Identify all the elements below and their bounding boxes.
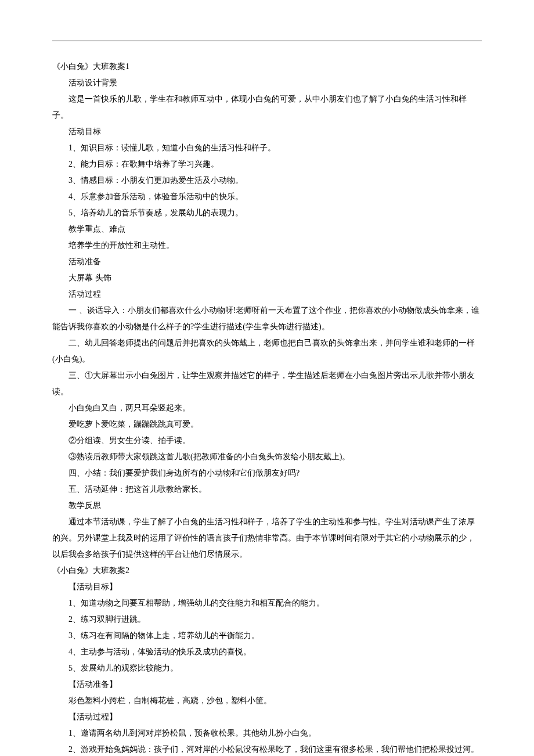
- body-line: 通过本节活动课，学生了解了小白兔的生活习性和样子，培养了学生的主动性和参与性。学…: [52, 514, 482, 563]
- body-line: 大屏幕 头饰: [52, 270, 482, 286]
- body-line: 5、发展幼儿的观察比较能力。: [52, 660, 482, 676]
- body-line: 彩色塑料小跨栏，自制梅花桩，高跷，沙包，塑料小筐。: [52, 693, 482, 709]
- body-line: 小白兔白又白，两只耳朵竖起来。: [52, 400, 482, 416]
- body-line: 爱吃萝卜爱吃菜，蹦蹦跳跳真可爱。: [52, 416, 482, 433]
- body-line: 活动目标: [52, 124, 482, 140]
- body-line: 教学反思: [52, 498, 482, 514]
- body-line: 【活动目标】: [52, 579, 482, 595]
- body-line: 2、能力目标：在歌舞中培养了学习兴趣。: [52, 156, 482, 172]
- body-line: 三、①大屏幕出示小白兔图片，让学生观察并描述它的样子，学生描述后老师在小白兔图片…: [52, 368, 482, 400]
- body-line: 一 、谈话导入：小朋友们都喜欢什么小动物呀!老师呀前一天布置了这个作业，把你喜欢…: [52, 303, 482, 335]
- body-line: 【活动准备】: [52, 676, 482, 693]
- body-line: 【活动过程】: [52, 709, 482, 725]
- body-line: 4、主动参与活动，体验活动的快乐及成功的喜悦。: [52, 644, 482, 660]
- body-line: 5、培养幼儿的音乐节奏感，发展幼儿的表现力。: [52, 205, 482, 221]
- body-line: 活动过程: [52, 286, 482, 303]
- body-line: 2、练习双脚行进跳。: [52, 611, 482, 628]
- body-line: 3、练习在有间隔的物体上走，培养幼儿的平衡能力。: [52, 628, 482, 644]
- lesson-plan-title: 《小白兔》大班教案2: [52, 563, 482, 579]
- body-line: ②分组读、男女生分读、拍手读。: [52, 433, 482, 449]
- lesson-plan-title: 《小白兔》大班教案1: [52, 59, 482, 75]
- body-line: 四、小结：我们要爱护我们身边所有的小动物和它们做朋友好吗?: [52, 465, 482, 481]
- body-line: 1、邀请两名幼儿到河对岸扮松鼠，预备收松果。其他幼儿扮小白兔。: [52, 725, 482, 741]
- body-line: 1、知道动物之间要互相帮助，增强幼儿的交往能力和相互配合的能力。: [52, 595, 482, 611]
- top-rule: [52, 41, 482, 41]
- body-line: ③熟读后教师带大家领跳这首儿歌(把教师准备的小白兔头饰发给小朋友戴上)。: [52, 449, 482, 465]
- body-line: 活动设计背景: [52, 75, 482, 91]
- body-line: 4、乐意参加音乐活动，体验音乐活动中的快乐。: [52, 189, 482, 205]
- body-line: 五、活动延伸：把这首儿歌教给家长。: [52, 481, 482, 498]
- body-line: 活动准备: [52, 254, 482, 270]
- body-line: 1、知识目标：读懂儿歌，知道小白兔的生活习性和样子。: [52, 140, 482, 156]
- body-line: 二、幼儿回答老师提出的问题后并把喜欢的头饰戴上，老师也把自己喜欢的头饰拿出来，并…: [52, 335, 482, 368]
- body-line: 2、游戏开始兔妈妈说：孩子们，河对岸的小松鼠没有松果吃了，我们这里有很多松果，我…: [52, 741, 482, 756]
- body-line: 教学重点、难点: [52, 221, 482, 237]
- document-body: 《小白兔》大班教案1活动设计背景这是一首快乐的儿歌，学生在和教师互动中，体现小白…: [52, 59, 482, 756]
- body-line: 培养学生的开放性和主动性。: [52, 237, 482, 254]
- body-line: 这是一首快乐的儿歌，学生在和教师互动中，体现小白兔的可爱，从中小朋友们也了解了小…: [52, 91, 482, 124]
- body-line: 3、情感目标：小朋友们更加热爱生活及小动物。: [52, 172, 482, 189]
